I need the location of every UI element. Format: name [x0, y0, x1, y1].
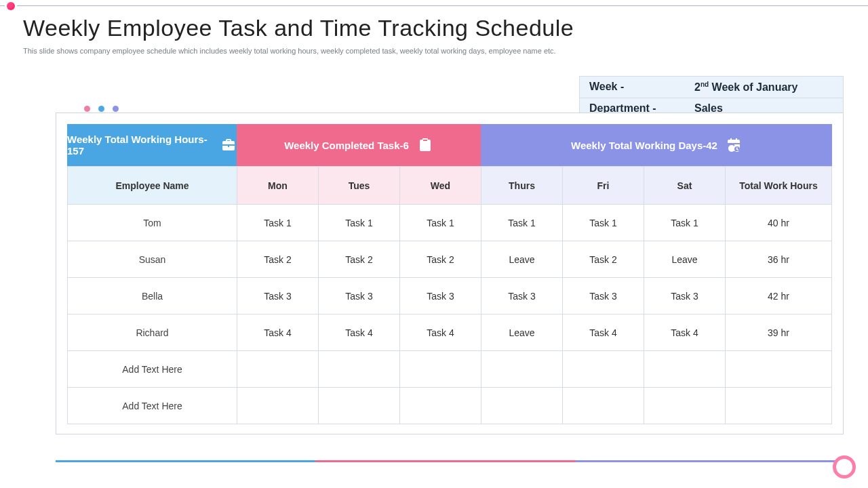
schedule-table: Employee Name Mon Tues Wed Thurs Fri Sat… [67, 166, 832, 424]
col-thu: Thurs [481, 167, 563, 205]
cell-wed: Task 3 [400, 278, 481, 314]
cell-sat: Task 4 [644, 314, 726, 351]
cell-fri: Task 3 [563, 278, 644, 314]
cell-mon [237, 351, 319, 388]
cell-name: Add Text Here [68, 351, 237, 388]
cell-mon: Task 1 [237, 205, 319, 241]
summary-hours: Weekly Total Working Hours-157 [67, 124, 237, 166]
cell-mon: Task 2 [237, 241, 319, 278]
cell-wed [400, 351, 481, 388]
schedule-panel: Weekly Total Working Hours-157 Weekly Co… [56, 113, 844, 434]
page-subtitle: This slide shows company employee schedu… [23, 47, 633, 55]
cell-sat [644, 351, 726, 388]
cell-tue: Task 2 [319, 241, 400, 278]
cell-thu [481, 351, 563, 388]
cell-wed [400, 388, 481, 424]
cell-total: 36 hr [726, 241, 832, 278]
meta-week-ordinal-number: 2 [694, 81, 701, 93]
cell-name: Tom [68, 205, 237, 241]
cell-thu: Task 3 [481, 278, 563, 314]
table-header-row: Employee Name Mon Tues Wed Thurs Fri Sat… [68, 167, 832, 205]
col-mon: Mon [237, 167, 319, 205]
table-row: SusanTask 2Task 2Task 2LeaveTask 2Leave3… [68, 241, 832, 278]
cell-name: Bella [68, 278, 237, 314]
summary-days: Weekly Total Working Days-42 [481, 124, 832, 166]
col-sat: Sat [644, 167, 726, 205]
cell-total [726, 351, 832, 388]
meta-week-rest: Week of January [709, 81, 797, 93]
summary-bar: Weekly Total Working Hours-157 Weekly Co… [67, 124, 832, 166]
summary-days-label: Weekly Total Working Days-42 [571, 140, 717, 151]
table-body: TomTask 1Task 1Task 1Task 1Task 1Task 14… [68, 205, 832, 424]
cell-thu: Leave [481, 241, 563, 278]
page-title: Weekly Employee Task and Time Tracking S… [23, 15, 845, 41]
cell-wed: Task 4 [400, 314, 481, 351]
cell-wed: Task 1 [400, 205, 481, 241]
summary-tasks-label: Weekly Completed Task-6 [284, 140, 409, 151]
cell-name: Richard [68, 314, 237, 351]
col-tue: Tues [319, 167, 400, 205]
table-row: Add Text Here [68, 351, 832, 388]
summary-tasks: Weekly Completed Task-6 [237, 124, 481, 166]
col-employee-name: Employee Name [68, 167, 237, 205]
cell-total: 40 hr [726, 205, 832, 241]
cell-thu: Leave [481, 314, 563, 351]
meta-week-value: 2nd Week of January [694, 81, 797, 94]
col-fri: Fri [563, 167, 644, 205]
ring-icon [833, 455, 856, 479]
cell-wed: Task 2 [400, 241, 481, 278]
meta-row-week: Week - 2nd Week of January [580, 77, 843, 98]
cell-fri [563, 388, 644, 424]
table-row: BellaTask 3Task 3Task 3Task 3Task 3Task … [68, 278, 832, 314]
cell-tue: Task 3 [319, 278, 400, 314]
clipboard-icon [417, 137, 433, 153]
tab-dots [84, 106, 119, 112]
calendar-clock-icon [726, 137, 742, 153]
cell-name: Susan [68, 241, 237, 278]
dot-purple-icon [113, 106, 119, 112]
cell-mon: Task 3 [237, 278, 319, 314]
cell-total [726, 388, 832, 424]
cell-mon [237, 388, 319, 424]
table-row: TomTask 1Task 1Task 1Task 1Task 1Task 14… [68, 205, 832, 241]
col-wed: Wed [400, 167, 481, 205]
accent-bar [56, 460, 844, 462]
meta-week-ordinal-suffix: nd [701, 81, 709, 88]
cell-sat: Task 1 [644, 205, 726, 241]
cell-tue: Task 1 [319, 205, 400, 241]
summary-hours-label: Weekly Total Working Hours-157 [67, 134, 212, 157]
cell-tue: Task 4 [319, 314, 400, 351]
cell-total: 39 hr [726, 314, 832, 351]
cell-thu [481, 388, 563, 424]
cell-name: Add Text Here [68, 388, 237, 424]
cell-total: 42 hr [726, 278, 832, 314]
cell-thu: Task 1 [481, 205, 563, 241]
col-total: Total Work Hours [726, 167, 832, 205]
cell-fri [563, 351, 644, 388]
cell-fri: Task 1 [563, 205, 644, 241]
briefcase-icon [220, 137, 237, 153]
table-row: Add Text Here [68, 388, 832, 424]
cell-sat [644, 388, 726, 424]
slide: Weekly Employee Task and Time Tracking S… [0, 0, 868, 488]
table-row: RichardTask 4Task 4Task 4LeaveTask 4Task… [68, 314, 832, 351]
meta-week-label: Week - [589, 81, 688, 94]
cell-sat: Leave [644, 241, 726, 278]
cell-mon: Task 4 [237, 314, 319, 351]
cell-fri: Task 2 [563, 241, 644, 278]
cell-sat: Task 3 [644, 278, 726, 314]
dot-pink-icon [84, 106, 90, 112]
cell-fri: Task 4 [563, 314, 644, 351]
dot-blue-icon [98, 106, 104, 112]
cell-tue [319, 388, 400, 424]
cell-tue [319, 351, 400, 388]
